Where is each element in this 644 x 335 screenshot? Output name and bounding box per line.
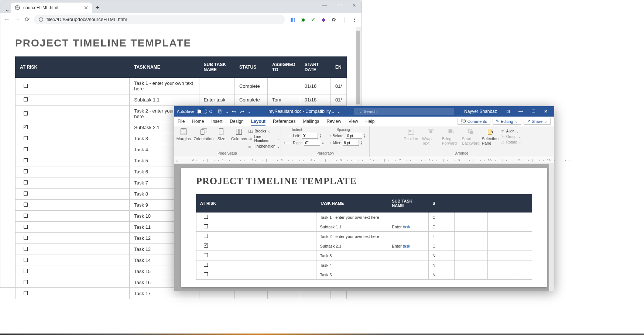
forward-button[interactable]: → bbox=[14, 16, 20, 23]
line-numbers-button[interactable]: 1Line Numbers ⌄ bbox=[249, 135, 280, 143]
checkbox-icon[interactable] bbox=[24, 180, 28, 184]
checkbox-icon[interactable] bbox=[24, 247, 28, 251]
redo-icon[interactable] bbox=[240, 109, 245, 114]
checkbox-icon[interactable] bbox=[204, 215, 208, 219]
selection-pane-button[interactable]: Selection Pane bbox=[482, 128, 500, 145]
ribbon-tab-file[interactable]: File bbox=[178, 119, 185, 124]
checkbox-icon[interactable] bbox=[24, 269, 28, 273]
position-button: Position bbox=[402, 128, 420, 145]
checkbox-icon[interactable] bbox=[24, 191, 28, 196]
back-button[interactable]: ← bbox=[4, 16, 10, 23]
document-page[interactable]: PROJECT TIMELINE TEMPLATE AT RISKTASK NA… bbox=[181, 168, 547, 287]
ribbon-tab-review[interactable]: Review bbox=[326, 119, 341, 124]
checkbox-icon[interactable] bbox=[24, 225, 28, 229]
checkbox-icon[interactable] bbox=[24, 236, 28, 240]
new-tab-button[interactable]: + bbox=[92, 3, 103, 13]
margins-button[interactable]: Margins bbox=[175, 128, 192, 148]
ribbon-display-icon[interactable]: ⊡ bbox=[503, 108, 514, 115]
empty-cell bbox=[488, 260, 517, 270]
undo-icon[interactable] bbox=[232, 109, 237, 114]
ribbon-tab-references[interactable]: References bbox=[273, 119, 295, 124]
checkbox-icon[interactable] bbox=[24, 291, 28, 295]
svg-rect-22 bbox=[429, 130, 432, 133]
editing-button[interactable]: ✎ Editing ⌄ bbox=[493, 118, 521, 125]
ribbon-tab-design[interactable]: Design bbox=[230, 119, 243, 124]
ribbon-tab-help[interactable]: Help bbox=[366, 119, 375, 124]
table-row: Task 3 N bbox=[196, 251, 532, 260]
end-cell: 01/ bbox=[330, 94, 346, 106]
ribbon-tab-view[interactable]: View bbox=[349, 119, 358, 124]
checkbox-icon[interactable] bbox=[24, 169, 28, 173]
hyphenation-button[interactable]: bcHyphenation ⌄ bbox=[249, 144, 280, 148]
scrollbar-thumb[interactable] bbox=[356, 31, 360, 104]
save-dropdown-icon[interactable]: ⌄ bbox=[226, 110, 229, 114]
checkbox-icon[interactable] bbox=[24, 125, 28, 129]
checkbox-icon[interactable] bbox=[204, 263, 208, 267]
checkbox-icon[interactable] bbox=[24, 258, 28, 262]
minimize-button[interactable]: — bbox=[515, 108, 526, 115]
checkbox-icon[interactable] bbox=[24, 214, 28, 218]
spacing-after-input[interactable]: ↕After:▲▼ bbox=[329, 140, 366, 146]
word-scrollbar[interactable] bbox=[549, 164, 554, 291]
checkbox-icon[interactable] bbox=[24, 111, 28, 115]
qat-dropdown-icon[interactable]: ⌄ bbox=[248, 110, 251, 114]
checkbox-icon[interactable] bbox=[24, 97, 28, 101]
ribbon-tab-insert[interactable]: Insert bbox=[211, 119, 222, 124]
user-name[interactable]: Nayyer Shahbaz bbox=[464, 109, 497, 114]
breaks-button[interactable]: Breaks ⌄ bbox=[249, 129, 280, 133]
menu-icon[interactable]: ⋮ bbox=[351, 16, 358, 23]
status-cell: N bbox=[429, 251, 455, 260]
maximize-button[interactable]: ☐ bbox=[528, 108, 539, 115]
extension-icon-1[interactable]: ◧ bbox=[289, 16, 296, 23]
browser-tab[interactable]: sourceHTML.html ✕ bbox=[11, 3, 92, 13]
checkbox-icon[interactable] bbox=[204, 224, 208, 228]
spacing-before-input[interactable]: ↕Before:▲▼ bbox=[329, 133, 366, 139]
table-header: TASK NAME bbox=[130, 57, 199, 78]
extensions-icon[interactable]: ✿ bbox=[330, 16, 337, 23]
task-cell: Subtask 2.1 bbox=[316, 241, 388, 251]
checkbox-icon[interactable] bbox=[204, 253, 208, 257]
share-button[interactable]: ↗ Share ⌄ bbox=[524, 118, 551, 125]
reload-button[interactable]: ⟳ bbox=[25, 16, 30, 23]
checkbox-icon[interactable] bbox=[24, 203, 28, 207]
columns-button[interactable]: Columns bbox=[230, 128, 248, 148]
size-button[interactable]: Size bbox=[215, 128, 228, 148]
close-button[interactable]: ✕ bbox=[347, 0, 362, 11]
checkbox-icon[interactable] bbox=[24, 84, 28, 88]
close-button[interactable]: ✕ bbox=[540, 108, 551, 115]
spacing-before-icon: ↕ bbox=[329, 134, 331, 138]
search-bar[interactable]: Search bbox=[354, 108, 454, 115]
save-icon[interactable] bbox=[217, 109, 223, 114]
checkbox-icon[interactable] bbox=[24, 158, 28, 162]
tab-dropdown-icon[interactable]: ⌄ bbox=[3, 6, 11, 13]
extension-icon-4[interactable]: ◆ bbox=[320, 16, 327, 23]
extension-icon-3[interactable]: ✔ bbox=[310, 16, 316, 23]
empty-cell bbox=[488, 241, 517, 251]
table-header: STATUS bbox=[234, 57, 267, 78]
table-row: Task 1 - enter your own text here C bbox=[196, 213, 532, 222]
indent-right-input[interactable]: ⟝←Right:▲▼ bbox=[284, 140, 324, 146]
indent-left-input[interactable]: →⟞Left:▲▼ bbox=[284, 133, 324, 139]
align-button[interactable]: Align ⌄ bbox=[500, 129, 521, 133]
checkbox-icon[interactable] bbox=[24, 136, 28, 140]
checkbox-icon[interactable] bbox=[204, 272, 208, 276]
close-icon[interactable]: ✕ bbox=[84, 5, 88, 11]
docname-dropdown-icon[interactable]: ⌄ bbox=[337, 110, 340, 114]
ruler[interactable]: ∟ 0123456789101112 bbox=[174, 157, 554, 164]
minimize-button[interactable]: — bbox=[317, 0, 332, 11]
orientation-button[interactable]: Orientation bbox=[195, 128, 212, 148]
autosave-toggle[interactable]: AutoSave Off bbox=[177, 109, 215, 114]
ribbon-tab-layout[interactable]: Layout bbox=[251, 119, 266, 126]
ribbon-tab-mailings[interactable]: Mailings bbox=[303, 119, 319, 124]
checkbox-icon[interactable] bbox=[24, 147, 28, 151]
svg-point-4 bbox=[358, 110, 360, 112]
extension-icon-2[interactable]: ◉ bbox=[299, 16, 306, 23]
checkbox-icon[interactable] bbox=[24, 280, 28, 284]
checkbox-icon[interactable] bbox=[204, 244, 208, 248]
checkbox-icon[interactable] bbox=[204, 234, 208, 238]
comments-button[interactable]: 💬 Comments bbox=[458, 118, 490, 125]
ribbon-tab-home[interactable]: Home bbox=[192, 119, 204, 124]
svg-rect-32 bbox=[501, 131, 503, 132]
url-bar[interactable]: file:///D:/Groupdocs/sourceHTML.html bbox=[34, 15, 285, 24]
maximize-button[interactable]: ☐ bbox=[332, 0, 347, 11]
